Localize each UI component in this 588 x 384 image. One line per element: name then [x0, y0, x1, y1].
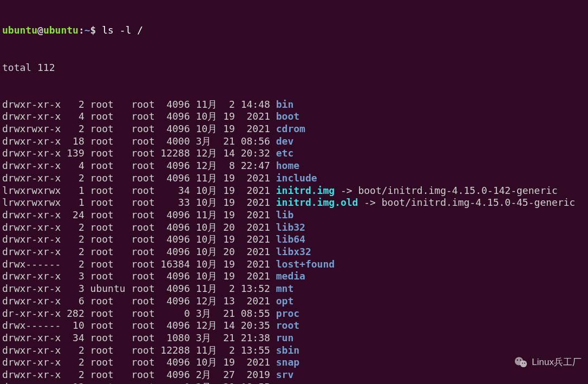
col-perm: drwxr-xr-x	[2, 233, 61, 245]
listing-row: lrwxrwxrwx 1 root root 33 10月 19 2021 in…	[2, 197, 586, 209]
col-perm: dr-xr-xr-x	[2, 308, 61, 319]
col-size: 4000	[161, 135, 196, 147]
col-perm: drwxr-xr-x	[2, 332, 61, 343]
col-group: root	[131, 258, 160, 270]
col-month: 12月	[196, 147, 224, 159]
col-size: 4096	[161, 209, 196, 220]
col-links: 13	[61, 381, 90, 384]
col-size: 4096	[161, 222, 196, 233]
col-owner: root	[90, 258, 132, 270]
col-owner: root	[90, 123, 132, 134]
file-name: boot	[276, 110, 299, 122]
col-day: 13	[223, 295, 241, 307]
col-owner: root	[90, 308, 132, 319]
col-group: root	[131, 160, 160, 171]
col-month: 10月	[196, 222, 224, 233]
col-perm: drwxr-xr-x	[2, 344, 61, 356]
total-line: total 112	[2, 62, 586, 74]
file-name: media	[276, 270, 305, 282]
listing-row: drwxr-xr-x 6 root root 4096 12月 13 2021 …	[2, 295, 586, 308]
col-size: 4096	[161, 123, 196, 134]
listing-row: drwxr-xr-x 34 root root 1080 3月 21 21:38…	[2, 332, 586, 344]
col-links: 6	[61, 295, 90, 307]
col-time: 08:55	[241, 381, 276, 384]
listing-row: drwxr-xr-x 3 root root 4096 10月 19 2021 …	[2, 270, 586, 283]
col-day: 19	[223, 185, 241, 196]
col-time: 21:38	[241, 332, 276, 343]
col-owner: root	[90, 246, 132, 257]
col-time: 2019	[241, 369, 276, 380]
col-owner: root	[90, 381, 132, 384]
col-time: 22:47	[241, 160, 276, 171]
col-perm: drwxr-xr-x	[2, 283, 61, 294]
col-owner: root	[90, 209, 132, 220]
listing-row: drwxr-xr-x 18 root root 4000 3月 21 08:56…	[2, 135, 586, 148]
col-month: 12月	[196, 160, 224, 171]
col-time: 13:52	[241, 283, 276, 294]
col-size: 0	[161, 308, 196, 319]
col-owner: root	[90, 369, 132, 380]
symlink-arrow: ->	[358, 197, 381, 208]
col-links: 3	[61, 270, 90, 282]
col-time: 08:56	[241, 135, 276, 147]
col-month: 12月	[196, 320, 224, 331]
col-day: 19	[223, 270, 241, 282]
col-size: 4096	[161, 99, 196, 110]
col-perm: drwxr-xr-x	[2, 356, 61, 368]
col-group: root	[131, 270, 160, 282]
col-day: 21	[223, 308, 241, 319]
col-month: 10月	[196, 123, 224, 134]
col-perm: lrwxrwxrwx	[2, 197, 61, 208]
col-links: 2	[61, 123, 90, 134]
col-time: 2021	[241, 110, 276, 122]
col-owner: root	[90, 332, 132, 343]
col-owner: root	[90, 160, 132, 171]
col-owner: root	[90, 185, 132, 196]
col-size: 4096	[161, 172, 196, 184]
col-group: root	[131, 308, 160, 319]
prompt-colon: :	[79, 24, 84, 36]
col-perm: drwxr-xr-x	[2, 110, 61, 122]
col-day: 20	[223, 222, 241, 233]
col-links: 2	[61, 356, 90, 368]
col-perm: dr-xr-xr-x	[2, 381, 61, 384]
col-group: root	[131, 295, 160, 307]
col-time: 2021	[241, 185, 276, 196]
col-month: 11月	[196, 209, 224, 220]
file-name: proc	[276, 308, 299, 319]
col-size: 4096	[161, 110, 196, 122]
col-links: 2	[61, 246, 90, 257]
col-month: 11月	[196, 99, 224, 110]
col-size: 16384	[161, 258, 196, 270]
col-group: root	[131, 197, 160, 208]
file-name: dev	[276, 135, 294, 147]
col-day: 19	[223, 209, 241, 220]
col-group: root	[131, 209, 160, 220]
col-group: root	[131, 222, 160, 233]
col-size: 1080	[161, 332, 196, 343]
col-month: 10月	[196, 356, 224, 368]
listing-row: drwxr-xr-x 24 root root 4096 11月 19 2021…	[2, 209, 586, 222]
col-time: 2021	[241, 270, 276, 282]
terminal[interactable]: ubuntu@ubuntu:~$ ls -l / total 112 drwxr…	[0, 0, 588, 384]
prompt-line: ubuntu@ubuntu:~$ ls -l /	[2, 24, 586, 37]
symlink-arrow: ->	[335, 185, 358, 196]
col-group: root	[131, 172, 160, 184]
listing-row: drwxr-xr-x 3 ubuntu root 4096 11月 2 13:5…	[2, 283, 586, 295]
file-listing: drwxr-xr-x 2 root root 4096 11月 2 14:48 …	[2, 99, 586, 384]
file-name: libx32	[276, 246, 311, 257]
col-size: 0	[161, 381, 196, 384]
listing-row: lrwxrwxrwx 1 root root 34 10月 19 2021 in…	[2, 185, 586, 197]
col-group: root	[131, 381, 160, 384]
listing-row: drwxr-xr-x 2 root root 4096 10月 20 2021 …	[2, 246, 586, 258]
col-month: 2月	[196, 369, 224, 380]
col-size: 34	[161, 185, 196, 196]
command-text: ls -l /	[102, 24, 143, 36]
col-time: 2021	[241, 258, 276, 270]
col-owner: root	[90, 222, 132, 233]
col-time: 2021	[241, 356, 276, 368]
col-links: 2	[61, 258, 90, 270]
col-owner: root	[90, 295, 132, 307]
col-size: 12288	[161, 344, 196, 356]
col-time: 20:32	[241, 147, 276, 159]
